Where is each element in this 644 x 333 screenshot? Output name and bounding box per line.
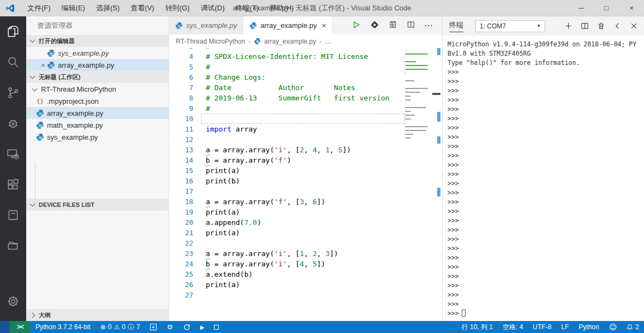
code-line[interactable]: 25a.extend(b) [169,269,442,280]
problems-indicator[interactable]: ⊗0 ⚠0 ⓘ7 [96,321,145,333]
code-line[interactable]: 26print(a) [169,280,442,290]
source-control-icon[interactable] [0,78,26,108]
workspace-file-tree: {}.mpyproject.jsonarray_example.pymath_e… [26,95,169,143]
menu-item[interactable]: 选择(S) [91,0,125,16]
menu-item[interactable]: 文件(F) [22,0,56,16]
menu-item[interactable]: 转到(G) [160,0,195,16]
debug-icon[interactable] [0,108,26,139]
menu-item[interactable]: 查看(V) [125,0,159,16]
indentation[interactable]: 空格: 4 [498,321,528,333]
code-line[interactable]: 27 [169,290,442,300]
code-text: b = array.array('i', [4, 5]) [193,259,325,269]
code-line[interactable]: 11import array [169,124,442,134]
code-line[interactable]: 5# [169,62,442,72]
maximize-button[interactable]: □ [594,0,619,16]
open-editors-header[interactable]: 打开的编辑器 [26,35,169,47]
kill-terminal-button[interactable] [594,19,608,33]
tab-close-icon[interactable]: × [322,21,326,30]
minimize-button[interactable]: ─ [569,0,594,16]
line-number: 12 [169,134,193,145]
panel-chevron-button[interactable] [610,19,624,33]
code-line[interactable]: 7# Date Author Notes [169,82,442,93]
open-editor-item[interactable]: ×array_example.py [26,59,169,71]
minimap[interactable] [405,50,430,145]
outline-header[interactable]: 大纲 [26,309,169,321]
editor-tab[interactable]: sys_example.py [169,16,243,34]
code-line[interactable]: 10 [169,114,442,124]
notebook-icon[interactable] [0,200,26,230]
code-line[interactable]: 12 [169,134,442,145]
code-line[interactable]: 16print(b) [169,176,442,186]
extensions-icon[interactable] [0,169,26,200]
add-device-button[interactable]: + [145,321,162,333]
code-line[interactable]: 19print(a) [169,207,442,217]
python-interpreter[interactable]: Python 3.7.2 64-bit [31,321,96,333]
breadcrumb-item[interactable]: array_example.py [264,38,316,45]
close-button[interactable]: × [619,0,644,16]
code-editor[interactable]: 3#4# SPDX-License-Identifier: MIT Licens… [169,48,442,321]
eol-sequence[interactable]: LF [556,321,574,333]
code-line[interactable]: 21print(a) [169,228,442,238]
cursor-position[interactable]: 行 10, 列 1 [457,321,498,333]
tree-item[interactable]: array_example.py [26,107,169,119]
terminal-select[interactable]: 1: COM7 ▼ [475,20,545,32]
code-line[interactable]: 14b = array.array('f') [169,155,442,165]
workspace-header[interactable]: 无标题 (工作区) [26,71,169,83]
code-line[interactable]: 6# Change Logs: [169,72,442,82]
code-line[interactable]: 15print(a) [169,165,442,176]
code-line[interactable]: 13a = array.array('i', [2, 4, 1, 5]) [169,145,442,155]
code-line[interactable]: 24b = array.array('i', [4, 5]) [169,259,442,269]
overview-ruler[interactable] [432,48,442,321]
new-terminal-button[interactable] [561,19,575,33]
search-icon[interactable] [0,47,26,78]
explorer-icon[interactable] [0,16,26,47]
terminal-tab[interactable]: 终端 [449,20,463,32]
chip-download-button[interactable] [389,20,397,31]
sync-button[interactable] [178,321,195,333]
breadcrumb-item[interactable]: RT-Thread MicroPython [176,38,245,45]
close-panel-button[interactable] [627,19,641,33]
stop-button[interactable] [209,321,224,333]
device-files-header[interactable]: DEVICE FILES LIST [26,199,169,211]
play-icon: ▶ [200,324,205,330]
menu-item[interactable]: 编辑(E) [56,0,91,16]
run-file-button[interactable]: ▶ [195,321,210,333]
terminal-prompt-line: >>> [448,86,644,96]
split-editor-button[interactable] [407,20,415,31]
feedback-smiley[interactable]: ☺ [604,321,622,333]
device-icon[interactable] [0,139,26,169]
more-actions-button[interactable]: ··· [425,21,433,29]
open-editor-item[interactable]: sys_example.py [26,47,169,59]
code-line[interactable]: 23a = array.array('i', [1, 2, 3]) [169,248,442,259]
folders-icon[interactable] [0,230,26,261]
code-line[interactable]: 17 [169,186,442,197]
language-mode[interactable]: Python [574,321,604,333]
tree-item[interactable]: math_example.py [26,119,169,131]
encoding[interactable]: UTF-8 [528,321,556,333]
tree-folder-rtthread[interactable]: RT-Thread MicroPython [26,83,169,95]
editor-tab[interactable]: array_example.py× [243,16,333,34]
debug-run-button[interactable] [370,20,379,31]
terminal-output[interactable]: MicroPython v1.9.4-114-g309fe39d on 2018… [443,35,644,318]
warning-icon: ⚠ [114,323,120,331]
code-line[interactable]: 4# SPDX-License-Identifier: MIT License [169,51,442,62]
line-number: 11 [169,124,193,134]
minimap-line [405,118,411,120]
code-line[interactable]: 9# [169,103,442,114]
activity-bar [0,16,26,321]
split-terminal-button[interactable] [577,19,592,33]
code-line[interactable]: 8# 2019-06-13 SummerGift first version [169,93,442,103]
run-button[interactable] [351,20,361,31]
code-line[interactable]: 22 [169,238,442,248]
notifications-bell[interactable]: 2 [622,321,644,333]
menu-item[interactable]: 调试(D) [195,0,230,16]
remote-indicator[interactable]: >< [10,321,31,333]
settings-gear-icon[interactable] [0,286,26,317]
code-line[interactable]: 20a.append(7.0) [169,217,442,228]
tree-item[interactable]: {}.mpyproject.json [26,95,169,107]
tree-item[interactable]: sys_example.py [26,131,169,143]
close-icon[interactable]: × [39,61,47,69]
breadcrumb-item[interactable]: … [325,38,331,45]
code-line[interactable]: 18a = array.array('f', [3, 6]) [169,197,442,207]
connect-device-button[interactable] [162,321,178,333]
